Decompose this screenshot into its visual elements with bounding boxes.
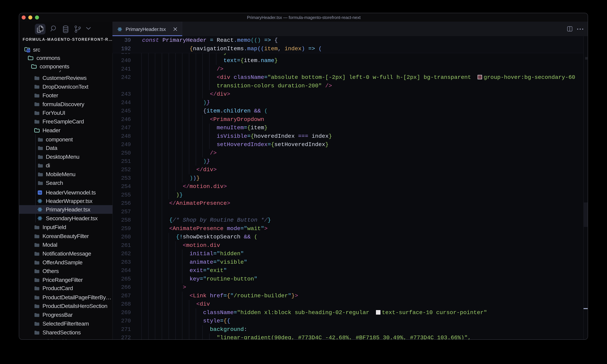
svg-text:TS: TS <box>39 192 41 194</box>
